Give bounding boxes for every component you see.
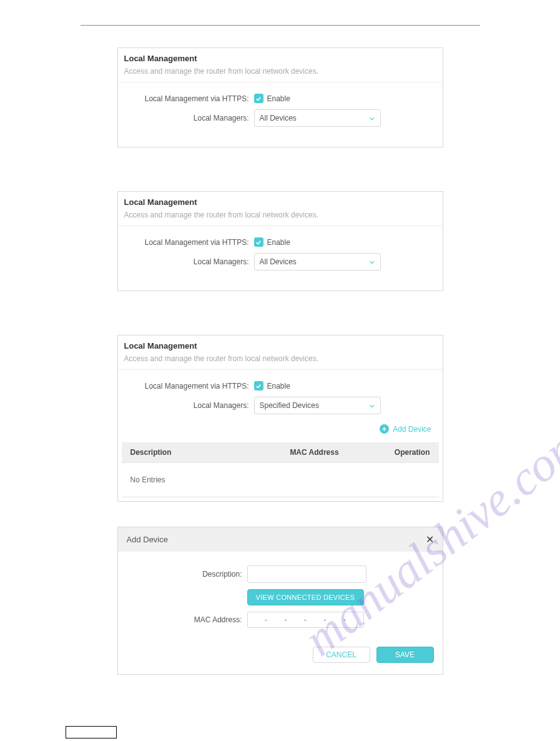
- table-empty: No Entries: [122, 462, 439, 497]
- add-device-label: Add Device: [393, 425, 431, 434]
- local-management-panel-3: Local Management Access and manage the r…: [117, 335, 443, 502]
- https-label: Local Management via HTTPS:: [124, 382, 254, 390]
- view-connected-devices-button[interactable]: VIEW CONNECTED DEVICES: [247, 589, 364, 605]
- local-management-panel-2: Local Management Access and manage the r…: [117, 191, 443, 291]
- table-header: Description MAC Address Operation: [122, 442, 439, 462]
- top-divider: [81, 25, 480, 26]
- description-input[interactable]: [247, 565, 366, 583]
- https-label: Local Management via HTTPS:: [124, 238, 254, 247]
- local-managers-select[interactable]: All Devices: [254, 109, 381, 127]
- local-management-panel-1: Local Management Access and manage the r…: [117, 47, 443, 147]
- enable-label: Enable: [267, 94, 290, 103]
- description-label: Description:: [127, 570, 247, 579]
- cancel-button[interactable]: CANCEL: [313, 647, 370, 663]
- chevron-down-icon: [369, 402, 375, 409]
- add-device-button[interactable]: + Add Device: [124, 420, 436, 437]
- chevron-down-icon: [369, 115, 375, 121]
- close-icon[interactable]: ✕: [426, 534, 434, 545]
- col-mac: MAC Address: [255, 448, 374, 457]
- select-value: Specified Devices: [260, 401, 319, 410]
- mac-address-input[interactable]: - - - - -: [247, 612, 364, 628]
- footer-box: [66, 726, 117, 739]
- select-value: All Devices: [260, 114, 297, 122]
- mac-label: MAC Address:: [127, 615, 247, 624]
- managers-label: Local Managers:: [124, 401, 254, 410]
- col-description: Description: [130, 448, 255, 457]
- col-operation: Operation: [374, 448, 430, 457]
- select-value: All Devices: [260, 257, 297, 266]
- managers-label: Local Managers:: [124, 114, 254, 122]
- add-device-dialog: Add Device ✕ Description: VIEW CONNECTED…: [117, 527, 443, 675]
- panel-title: Local Management: [118, 48, 443, 63]
- managers-label: Local Managers:: [124, 257, 254, 266]
- panel-subtitle: Access and manage the router from local …: [118, 63, 443, 82]
- panel-title: Local Management: [118, 192, 443, 207]
- https-enable-checkbox[interactable]: [254, 381, 263, 390]
- panel-subtitle: Access and manage the router from local …: [118, 351, 443, 370]
- enable-label: Enable: [267, 238, 290, 247]
- https-enable-checkbox[interactable]: [254, 94, 263, 103]
- https-enable-checkbox[interactable]: [254, 237, 263, 247]
- chevron-down-icon: [369, 259, 375, 265]
- dialog-title: Add Device: [127, 535, 168, 544]
- https-label: Local Management via HTTPS:: [124, 94, 254, 103]
- plus-icon: +: [380, 424, 389, 434]
- panel-subtitle: Access and manage the router from local …: [118, 207, 443, 226]
- local-managers-select[interactable]: All Devices: [254, 253, 381, 271]
- save-button[interactable]: SAVE: [376, 647, 434, 663]
- panel-title: Local Management: [118, 336, 443, 351]
- local-managers-select[interactable]: Specified Devices: [254, 397, 381, 414]
- enable-label: Enable: [267, 382, 290, 390]
